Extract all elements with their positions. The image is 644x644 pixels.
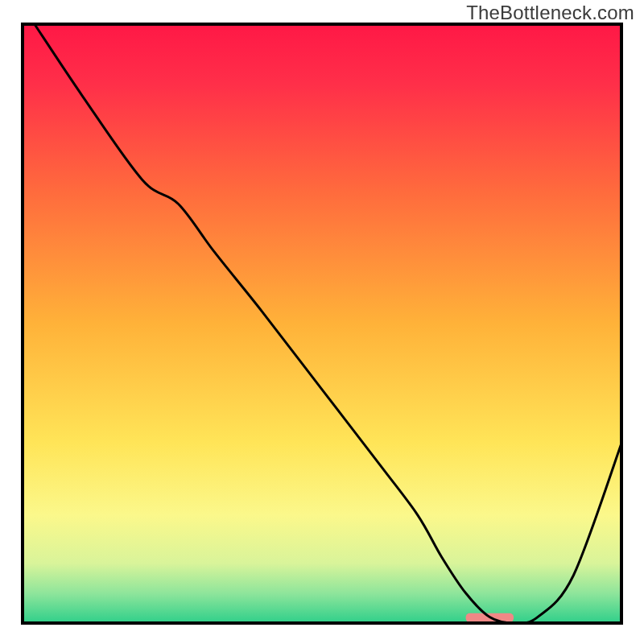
chart-svg: [0, 0, 644, 644]
bottleneck-chart: TheBottleneck.com: [0, 0, 644, 644]
plot-background: [23, 24, 621, 623]
watermark-text: TheBottleneck.com: [466, 2, 634, 24]
